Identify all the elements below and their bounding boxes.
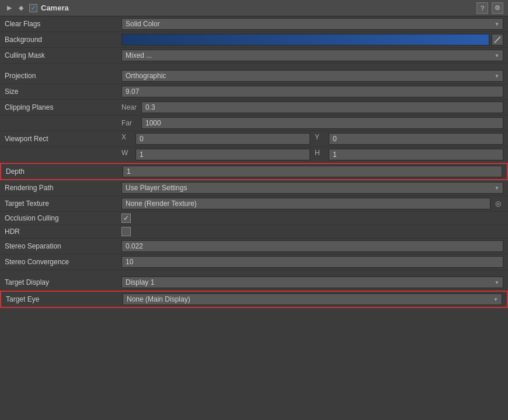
rendering-path-label: Rendering Path (5, 184, 121, 192)
stereo-convergence-input[interactable]: 10 (121, 256, 503, 268)
far-input[interactable]: 1000 (141, 117, 503, 129)
rendering-path-row: Rendering Path Use Player Settings ▼ (0, 180, 508, 196)
target-texture-dropdown[interactable]: None (Render Texture) (121, 198, 490, 209)
projection-field: Orthographic ▼ (121, 70, 503, 82)
component-enabled-checkbox[interactable]: ✓ (29, 4, 37, 12)
target-texture-label: Target Texture (5, 200, 121, 208)
target-display-field: Display 1 ▼ (121, 276, 503, 288)
size-label: Size (5, 88, 121, 96)
hdr-checkbox[interactable] (121, 227, 131, 236)
w-input[interactable]: 1 (135, 149, 310, 160)
target-display-dropdown[interactable]: Display 1 ▼ (121, 276, 503, 288)
size-field: 9.07 (121, 86, 503, 97)
target-eye-field: None (Main Display) ▼ (123, 293, 502, 305)
target-texture-field: None (Render Texture) ◎ (121, 198, 503, 209)
clear-flags-label: Clear Flags (5, 20, 121, 28)
projection-row: Projection Orthographic ▼ (0, 68, 508, 84)
viewport-wh-field: W 1 H 1 (121, 149, 503, 160)
dropdown-arrow-icon: ▼ (495, 22, 499, 27)
size-row: Size 9.07 (0, 84, 508, 100)
culling-mask-row: Culling Mask Mixed ... ▼ (0, 48, 508, 64)
object-icon: ◆ (16, 4, 26, 13)
far-label: Far (121, 119, 139, 127)
dropdown-arrow-icon: ▼ (493, 297, 498, 302)
rendering-path-dropdown[interactable]: Use Player Settings ▼ (121, 182, 503, 194)
inspector-panel: Clear Flags Solid Color ▼ Background (0, 16, 508, 308)
w-label: W (121, 149, 131, 160)
clipping-far-field: Far 1000 (121, 117, 503, 129)
stereo-convergence-field: 10 (121, 256, 503, 268)
target-eye-row: Target Eye None (Main Display) ▼ (0, 290, 508, 308)
size-input[interactable]: 9.07 (121, 86, 503, 97)
y-label: Y (315, 133, 324, 145)
target-display-row: Target Display Display 1 ▼ (0, 275, 508, 290)
occlusion-culling-row: Occlusion Culling (0, 212, 508, 225)
projection-label: Projection (5, 72, 121, 80)
stereo-convergence-label: Stereo Convergence (5, 258, 121, 266)
clear-flags-field: Solid Color ▼ (121, 18, 503, 30)
viewport-rect-xy-row: Viewport Rect X 0 Y 0 (0, 131, 508, 147)
depth-row: Depth 1 (0, 163, 508, 180)
dropdown-arrow-icon: ▼ (495, 53, 499, 58)
near-input[interactable]: 0.3 (141, 102, 503, 113)
viewport-wh-group: W 1 H 1 (121, 149, 503, 160)
target-display-label: Target Display (5, 278, 121, 286)
title-right: ? ⚙ (476, 2, 503, 14)
stereo-separation-field: 0.022 (121, 240, 503, 252)
clipping-near-field: Near 0.3 (121, 102, 503, 113)
background-field (121, 34, 503, 46)
clipping-planes-near-row: Clipping Planes Near 0.3 (0, 100, 508, 116)
clipping-planes-far-row: Far 1000 (0, 116, 508, 131)
dropdown-arrow-icon: ▼ (495, 186, 499, 191)
clear-flags-row: Clear Flags Solid Color ▼ (0, 16, 508, 32)
h-label: H (315, 149, 324, 160)
hdr-field (121, 227, 503, 236)
background-row: Background (0, 32, 508, 48)
component-title: Camera (41, 4, 69, 12)
color-picker-icon[interactable] (492, 34, 503, 46)
target-texture-row: Target Texture None (Render Texture) ◎ (0, 196, 508, 212)
target-eye-dropdown[interactable]: None (Main Display) ▼ (123, 293, 502, 305)
x-label: X (121, 133, 131, 145)
stereo-convergence-row: Stereo Convergence 10 (0, 254, 508, 270)
x-input[interactable]: 0 (135, 133, 310, 145)
occlusion-culling-label: Occlusion Culling (5, 214, 121, 222)
depth-label: Depth (6, 167, 123, 176)
background-label: Background (5, 36, 121, 44)
projection-dropdown[interactable]: Orthographic ▼ (121, 70, 503, 82)
culling-mask-field: Mixed ... ▼ (121, 50, 503, 61)
near-label: Near (121, 103, 139, 111)
settings-button[interactable]: ⚙ (492, 2, 503, 14)
target-eye-label: Target Eye (6, 295, 123, 303)
culling-mask-dropdown[interactable]: Mixed ... ▼ (121, 50, 503, 61)
viewport-rect-wh-row: W 1 H 1 (0, 147, 508, 163)
depth-field: 1 (123, 166, 502, 177)
svg-rect-1 (494, 41, 496, 43)
stereo-separation-input[interactable]: 0.022 (121, 240, 503, 252)
rendering-path-field: Use Player Settings ▼ (121, 182, 503, 194)
background-color-container (121, 34, 503, 46)
target-texture-container: None (Render Texture) ◎ (121, 198, 503, 209)
title-bar: ▶ ◆ ✓ Camera ? ⚙ (0, 0, 508, 16)
background-color-swatch[interactable] (121, 34, 489, 46)
stereo-separation-row: Stereo Separation 0.022 (0, 239, 508, 254)
occlusion-culling-checkbox[interactable] (121, 214, 131, 223)
culling-mask-label: Culling Mask (5, 51, 121, 60)
dropdown-arrow-icon: ▼ (495, 74, 499, 79)
stereo-separation-label: Stereo Separation (5, 242, 121, 250)
clear-flags-dropdown[interactable]: Solid Color ▼ (121, 18, 503, 30)
expand-arrow-icon[interactable]: ▶ (5, 4, 14, 13)
help-button[interactable]: ? (476, 2, 488, 14)
title-left: ▶ ◆ ✓ Camera (5, 4, 69, 13)
dropdown-arrow-icon: ▼ (495, 280, 499, 285)
y-input[interactable]: 0 (329, 133, 503, 145)
clipping-planes-label: Clipping Planes (5, 103, 121, 111)
h-input[interactable]: 1 (329, 149, 503, 160)
hdr-label: HDR (5, 228, 121, 236)
viewport-xy-field: X 0 Y 0 (121, 133, 503, 145)
target-texture-select-icon[interactable]: ◎ (493, 198, 503, 209)
viewport-rect-label: Viewport Rect (5, 135, 121, 143)
title-icons: ▶ ◆ (5, 4, 26, 13)
occlusion-culling-field (121, 214, 503, 223)
depth-input[interactable]: 1 (123, 166, 502, 177)
